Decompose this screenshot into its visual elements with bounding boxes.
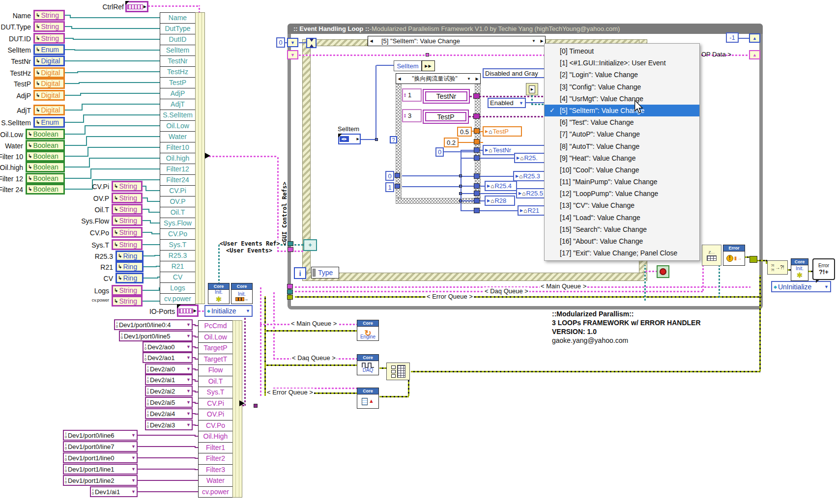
bundle1-row-Logs[interactable]: Logs [160,282,196,294]
slider-icon[interactable] [313,269,316,277]
merge-errors-icon[interactable]: ?!?!→?! [767,260,788,275]
menu-item-17[interactable]: [17] "Exit": Value Change; Panel Close [545,247,699,259]
property-node-R28[interactable]: ▶⌂R28 [485,196,515,206]
bundle2-row-Water[interactable]: Water [198,475,233,487]
bundle1-row-SelItem[interactable]: SelItem [160,45,196,56]
menu-item-1[interactable]: [1] <#1.GUI::Initialize>: User Event [545,57,699,69]
core-error-logger-icon[interactable]: Core▲ [357,388,379,409]
core-init-icon-resistor[interactable]: CoreInit.→ [231,283,253,304]
io-dropdown-icon[interactable]: ▼ [131,444,136,449]
bundle1-row-AdjP[interactable]: AdjP [160,88,196,99]
menu-item-10[interactable]: [10] "Cool": Value Change [545,164,699,176]
bundle2-row-TargetP[interactable]: TargetP [198,342,233,354]
control-ref-S.SelItem[interactable]: ↳Enum [33,117,65,128]
menu-item-9[interactable]: [9] "Heat": Value Change [545,152,699,164]
io-channel-Dev2/ai4[interactable]: I0Dev2/ai4▼ [145,408,193,419]
core-init-icon-star[interactable]: CoreInit.∗ [208,283,230,304]
bundle1-row-Filter10[interactable]: Filter10 [160,142,196,153]
stop-button[interactable] [657,265,669,278]
spinner-arrows-icon[interactable]: ▲▼ [404,113,406,118]
spinner-arrows-icon[interactable]: ▲▼ [404,93,406,98]
case-structure-header[interactable]: ◀"换向阀流量试验"▼▶ [396,73,481,84]
io-channel-Dev2/ao0[interactable]: I0Dev2/ao0▼ [143,341,193,352]
control-ref-Oil.Low[interactable]: ↳Boolean [26,129,65,140]
testnr-string-constant[interactable]: TestNr [423,89,470,104]
property-node-TestP[interactable]: ▶⌂TestP [483,126,522,137]
io-channel-Dev1/ai1[interactable]: I0Dev1/ai1▼ [90,486,138,497]
bundle1-row-R21[interactable]: R21 [160,261,196,272]
control-ref-Filter 10[interactable]: ↳Boolean [26,151,65,162]
control-ref-SelItem[interactable]: ↳Enum [33,44,65,55]
bundle2-row-OV.Pi[interactable]: OV.Pi [198,409,233,420]
menu-item-3[interactable]: [3] "Config": Value Change [545,81,699,93]
bundle1-row-OV.P[interactable]: OV.P [160,196,196,207]
bundle2-row-Filter1[interactable]: Filter1 [198,442,233,454]
property-node-R25.4[interactable]: ▶⌂R25.4 [485,181,517,191]
unbundle-icon[interactable]: ▶▶ [422,60,435,71]
constant-0-5[interactable]: 0.5 [457,127,472,137]
core-init-icon-right[interactable]: CoreInit.∗ [791,258,808,281]
io-channel-Dev1/port0/line5[interactable]: I0Dev1/port0/line5▼ [119,331,193,341]
control-ref-Oil.high[interactable]: ↳Boolean [26,162,65,172]
control-ref-TestHz[interactable]: ↳Digital [33,67,65,78]
control-ref-CV.Po[interactable]: ↳String [112,227,143,238]
merge-array-icon[interactable] [386,363,410,380]
control-ref-CV.Pi[interactable]: ↳String [112,181,143,192]
bundle2-row-Oil.T[interactable]: Oil.T [198,376,233,388]
menu-item-5[interactable]: ✓[5] "SelItem": Value Change [545,105,699,116]
io-dropdown-icon[interactable]: ▼ [131,467,136,472]
enum-dropdown-icon[interactable]: ▼ [244,308,250,313]
constant-0-2[interactable]: 0.2 [444,138,459,147]
bundle1-row-AdjT[interactable]: AdjT [160,99,196,110]
testnr-spinner[interactable]: ▲▼1 [402,88,422,102]
bundle1-row-CV[interactable]: CV [160,272,196,283]
bundle2-row-CV.Po[interactable]: CV.Po [198,420,233,432]
next-case-arrow-icon[interactable]: ▶ [474,77,480,81]
menu-item-12[interactable]: [12] "LoopPump": Value Change [545,188,699,199]
queue-flush-icon[interactable]: Z… [702,245,721,266]
tunnel-constant-1[interactable]: 1 [385,182,394,192]
control-ref-Logs[interactable]: ↳String [112,285,143,296]
bundle1-row-CV.Po[interactable]: CV.Po [160,228,196,240]
case-dropdown-icon[interactable]: ▼ [467,77,474,81]
io-dropdown-icon[interactable]: ▼ [186,344,191,349]
testp-spinner[interactable]: ▲▼3 [402,109,422,122]
io-channel-Dev2/ai1[interactable]: I0Dev2/ai1▼ [145,374,193,385]
prev-case-arrow-icon[interactable]: ◀ [396,77,403,81]
enabled-enum[interactable]: Enabled▼ [488,98,526,108]
io-dropdown-icon[interactable]: ▼ [186,411,191,416]
control-ref-cv.power[interactable]: ↳String [112,296,143,307]
menu-item-15[interactable]: [15] "Search": Value Change [545,224,699,235]
io-dropdown-icon[interactable]: ▼ [131,489,136,494]
shift-register-left-pink[interactable]: ▼ [287,50,298,59]
menu-item-6[interactable]: [6] "Test": Value Change [545,116,699,128]
io-dropdown-icon[interactable]: ▼ [131,478,136,483]
bundle1-row-TestHz[interactable]: TestHz [160,66,196,78]
iteration-constant[interactable]: -1 [726,32,739,43]
control-ref-Name[interactable]: ↳String [33,10,65,21]
bundle1-row-DutType[interactable]: DutType [160,23,196,34]
bundle1-row-Oil.Low[interactable]: Oil.Low [160,120,196,132]
bundle1-row-Sys.Flow[interactable]: Sys.Flow [160,218,196,229]
control-ref-Oil.T[interactable]: ↳String [112,204,143,215]
menu-item-13[interactable]: [13] "CV": Value Change [545,199,699,211]
io-channel-Dev2/ai0[interactable]: I0Dev2/ai0▼ [145,364,193,374]
bundle1-row-Name[interactable]: Name [160,12,196,24]
enum-dropdown-icon[interactable]: ▼ [518,101,523,106]
menu-item-7[interactable]: [7] "AutoP": Value Change [545,128,699,140]
case-dropdown-icon[interactable]: ▼ [532,39,539,43]
tunnel-constant-0[interactable]: 0 [385,171,394,181]
menu-item-11[interactable]: [11] "MainPump": Value Change [545,176,699,188]
control-ref-R21[interactable]: ↳Ring [115,261,144,272]
shift-register-right-pink[interactable]: ▲ [749,50,760,59]
prev-case-arrow-icon[interactable]: ◀ [368,39,375,43]
bundle2-row-Sys.T[interactable]: Sys.T [198,387,233,398]
control-ref-Water[interactable]: ↳Boolean [26,140,65,151]
menu-item-14[interactable]: [14] "Load": Value Change [545,212,699,224]
bundle2-row-Filter2[interactable]: Filter2 [198,453,233,465]
menu-item-4[interactable]: [4] "UsrMgt": Value Change [545,93,699,105]
type-specifier[interactable]: Type [311,267,339,279]
initialize-enum[interactable]: ◆Initialize▼ [204,305,253,317]
shift-register-left-blue[interactable]: ▼ [287,38,298,47]
io-dropdown-icon[interactable]: ▼ [131,455,136,460]
